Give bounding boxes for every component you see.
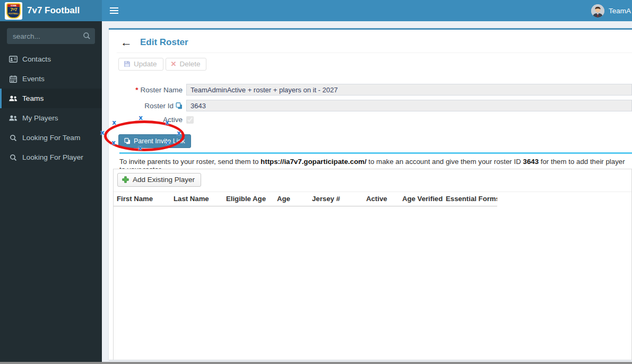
column-header-age[interactable]: Age: [274, 193, 309, 206]
required-asterisk: *: [135, 86, 138, 94]
sidebar-item-label: Events: [22, 75, 45, 83]
column-header-last-name[interactable]: Last Name: [170, 193, 223, 206]
user-menu[interactable]: TeamA: [591, 0, 632, 21]
column-header-first-name[interactable]: First Name: [114, 193, 170, 206]
cyan-divider: [119, 152, 632, 154]
sidebar-item-looking-for-player[interactable]: Looking For Player: [0, 148, 102, 167]
search-input[interactable]: [7, 28, 95, 44]
active-label-wrap: Active: [117, 116, 186, 124]
plus-icon: [122, 176, 129, 183]
sidebar-menu: Contacts Events Teams My Players Looking…: [0, 49, 102, 167]
action-toolbar: Update ✕ Delete: [118, 58, 632, 71]
invite-text-before: To invite parents to your roster, send t…: [119, 158, 261, 166]
sidebar-item-teams[interactable]: Teams: [0, 89, 102, 108]
players-grid: Add Existing Player First Name Last Name…: [113, 169, 632, 360]
sidebar-item-events[interactable]: Events: [0, 69, 102, 89]
update-label: Update: [134, 60, 157, 68]
calendar-icon: [8, 75, 18, 83]
sidebar-item-label: Looking For Team: [22, 134, 80, 142]
sidebar-item-contacts[interactable]: Contacts: [0, 49, 102, 69]
invite-url: https://ia7v7.goparticipate.com/: [261, 158, 367, 166]
copy-icon: [124, 138, 131, 144]
grid-toolbar: Add Existing Player: [114, 169, 631, 192]
roster-name-label-wrap: * Roster Name: [117, 86, 186, 94]
user-avatar: [591, 4, 604, 18]
copy-icon[interactable]: [176, 102, 183, 109]
column-header-jersey[interactable]: Jersey #: [309, 193, 363, 206]
page-header: ← Edit Roster: [117, 35, 632, 53]
active-label: Active: [163, 116, 183, 124]
users-icon: [8, 115, 18, 122]
column-header-essential-forms[interactable]: Essential Forms & ...: [443, 193, 497, 206]
update-button[interactable]: Update: [118, 58, 163, 71]
crest-center-text: 7=7: [10, 7, 16, 13]
sidebar-item-label: Teams: [22, 94, 44, 102]
search-icon: [8, 154, 18, 161]
sidebar-item-label: My Players: [22, 114, 58, 122]
roster-name-input[interactable]: [186, 84, 632, 96]
roster-name-row: * Roster Name: [117, 84, 632, 96]
grid-header-row: First Name Last Name Eligible Age Age Je…: [114, 193, 497, 206]
back-arrow-icon[interactable]: ←: [120, 37, 132, 48]
roster-id-label: Roster Id: [144, 102, 174, 110]
users-icon: [8, 95, 18, 102]
sidebar-item-label: Contacts: [22, 55, 51, 63]
sidebar-item-looking-for-team[interactable]: Looking For Team: [0, 128, 102, 148]
crest-logo-icon: IOWA 7=7 FOOTBALL: [6, 3, 21, 19]
roster-name-label: Roster Name: [140, 86, 183, 94]
active-row: Active: [117, 116, 632, 124]
search-icon: [8, 134, 18, 142]
selection-handle-icon: x: [111, 139, 116, 146]
navbar: TeamA: [102, 0, 632, 21]
invite-text-middle: to make an account and give them your ro…: [367, 158, 523, 166]
edit-roster-panel: ← Edit Roster Update ✕ Delete * Roster N…: [109, 28, 632, 360]
sidebar-toggle-hamburger-icon[interactable]: [102, 0, 126, 21]
roster-id-label-wrap: Roster Id: [117, 102, 186, 110]
search-icon[interactable]: [83, 32, 91, 40]
column-header-active[interactable]: Active: [363, 193, 399, 206]
user-name: TeamA: [609, 7, 631, 15]
sidebar-item-my-players[interactable]: My Players: [0, 108, 102, 128]
roster-form: * Roster Name Roster Id Active: [117, 84, 632, 124]
column-header-eligible-age[interactable]: Eligible Age: [223, 193, 274, 206]
page-title: Edit Roster: [140, 37, 188, 48]
column-header-age-verified[interactable]: Age Verified: [399, 193, 443, 206]
top-navbar: IOWA 7=7 FOOTBALL 7v7 Football TeamA: [0, 0, 632, 21]
add-existing-player-label: Add Existing Player: [133, 176, 195, 184]
delete-label: Delete: [179, 60, 200, 68]
delete-x-icon: ✕: [171, 60, 177, 68]
selection-handle-icon: x: [112, 119, 116, 126]
active-checkbox[interactable]: [186, 116, 194, 124]
app-title: 7v7 Football: [27, 5, 80, 16]
roster-id-input[interactable]: [186, 100, 632, 111]
parent-invite-link-button[interactable]: Parent Invite Link: [118, 134, 191, 148]
sidebar: Contacts Events Teams My Players Looking…: [0, 21, 102, 362]
save-disk-icon: [124, 60, 131, 67]
add-existing-player-button[interactable]: Add Existing Player: [117, 173, 201, 187]
roster-id-row: Roster Id: [117, 100, 632, 111]
main-content: ← Edit Roster Update ✕ Delete * Roster N…: [102, 21, 632, 362]
crest-bottom-text: FOOTBALL: [8, 13, 19, 15]
sidebar-item-label: Looking For Player: [22, 153, 83, 161]
parent-invite-link-label: Parent Invite Link: [134, 137, 185, 145]
app-logo: IOWA 7=7 FOOTBALL: [5, 2, 22, 20]
brand-header[interactable]: IOWA 7=7 FOOTBALL 7v7 Football: [0, 0, 102, 21]
delete-button[interactable]: ✕ Delete: [166, 58, 207, 71]
contacts-card-icon: [8, 56, 18, 63]
window-bottom-edge: [0, 362, 632, 364]
invite-roster-id: 3643: [523, 158, 539, 166]
sidebar-search: [7, 28, 95, 44]
